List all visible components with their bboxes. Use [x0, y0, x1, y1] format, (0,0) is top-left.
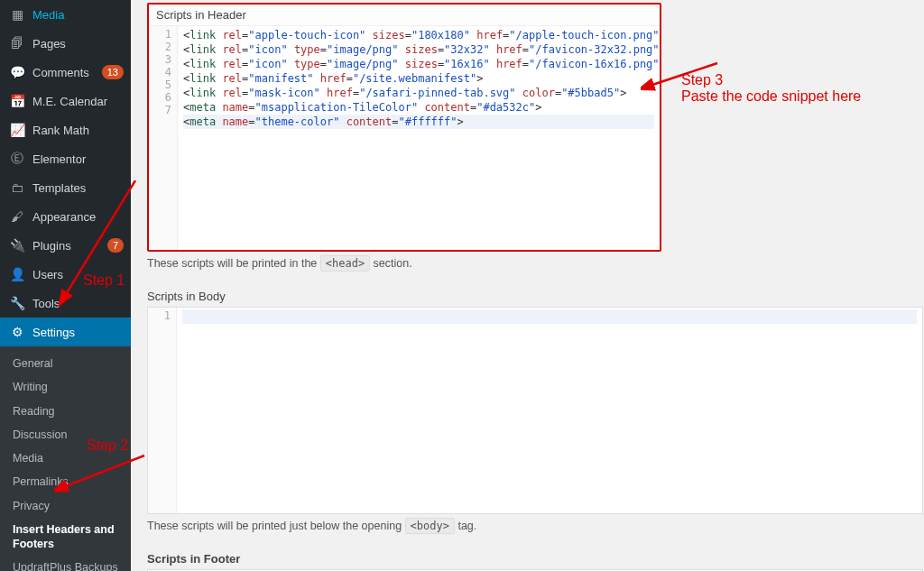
elementor-icon: Ⓔ: [9, 151, 25, 167]
scripts-body-label: Scripts in Body: [147, 286, 906, 307]
sidebar-item-label: Settings: [32, 326, 124, 339]
sidebar-item-appearance[interactable]: 🖌Appearance: [0, 202, 131, 231]
m-e-calendar-icon: 📅: [9, 93, 25, 109]
rank-math-icon: 📈: [9, 122, 25, 138]
media-icon: ▦: [9, 6, 25, 23]
sidebar-item-label: Media: [32, 8, 124, 22]
sidebar-item-label: Rank Math: [32, 124, 124, 137]
main-content: Scripts in Header 1234567 <link rel="app…: [131, 0, 924, 571]
scripts-header-hint: These scripts will be printed in the <he…: [147, 257, 906, 270]
sidebar-item-plugins[interactable]: 🔌Plugins7: [0, 231, 131, 260]
editor-code[interactable]: [177, 308, 922, 513]
sidebar-item-label: M.E. Calendar: [32, 95, 124, 108]
submenu-item-general[interactable]: General: [0, 352, 131, 375]
sidebar-item-templates[interactable]: 🗀Templates: [0, 173, 131, 202]
sidebar-item-label: Elementor: [32, 152, 124, 166]
sidebar-item-label: Plugins: [32, 239, 107, 253]
scripts-footer-label: Scripts in Footer: [147, 548, 906, 569]
admin-sidebar: ▦Media🗐Pages💬Comments13📅M.E. Calendar📈Ra…: [0, 0, 131, 571]
submenu-item-reading[interactable]: Reading: [0, 400, 131, 423]
scripts-header-label: Scripts in Header: [149, 5, 660, 26]
sidebar-item-settings[interactable]: ⚙Settings: [0, 318, 131, 346]
editor-gutter: 1: [148, 308, 177, 513]
tools-icon: 🔧: [9, 295, 25, 311]
sidebar-item-m-e-calendar[interactable]: 📅M.E. Calendar: [0, 87, 131, 115]
sidebar-item-label: Tools: [32, 297, 124, 310]
sidebar-item-tools[interactable]: 🔧Tools: [0, 289, 131, 318]
scripts-header-editor[interactable]: 1234567 <link rel="apple-touch-icon" siz…: [149, 26, 660, 250]
pages-icon: 🗐: [9, 35, 25, 51]
sidebar-item-label: Pages: [32, 37, 124, 51]
settings-icon: ⚙: [9, 324, 25, 340]
app-root: ▦Media🗐Pages💬Comments13📅M.E. Calendar📈Ra…: [0, 0, 924, 571]
sidebar-item-media[interactable]: ▦Media: [0, 0, 131, 29]
sidebar-item-rank-math[interactable]: 📈Rank Math: [0, 115, 131, 144]
sidebar-item-label: Users: [32, 268, 124, 281]
scripts-header-group: Scripts in Header 1234567 <link rel="app…: [147, 3, 661, 252]
submenu-item-privacy[interactable]: Privacy: [0, 494, 131, 518]
scripts-body-editor[interactable]: 1: [147, 307, 923, 514]
users-icon: 👤: [9, 266, 25, 282]
editor-gutter: 1234567: [149, 26, 178, 250]
annotation-step3: Step 3 Paste the code snippet here: [681, 72, 861, 105]
submenu-item-updraftplus-backups[interactable]: UpdraftPlus Backups: [0, 556, 131, 571]
submenu-item-discussion[interactable]: Discussion: [0, 423, 131, 447]
comments-icon: 💬: [9, 64, 25, 80]
sidebar-item-label: Templates: [32, 181, 124, 195]
submenu-item-insert-headers-and-footers[interactable]: Insert Headers and Footers: [0, 518, 131, 557]
submenu-item-media[interactable]: Media: [0, 447, 131, 470]
sidebar-item-label: Appearance: [32, 210, 124, 224]
sidebar-item-label: Comments: [32, 66, 102, 79]
submenu-item-writing[interactable]: Writing: [0, 375, 131, 399]
appearance-icon: 🖌: [9, 208, 25, 225]
plugins-icon: 🔌: [9, 237, 25, 253]
sidebar-item-comments[interactable]: 💬Comments13: [0, 58, 131, 87]
settings-submenu: GeneralWritingReadingDiscussionMediaPerm…: [0, 346, 131, 571]
submenu-item-permalinks[interactable]: Permalinks: [0, 470, 131, 493]
editor-code[interactable]: <link rel="apple-touch-icon" sizes="180x…: [178, 26, 660, 250]
sidebar-item-pages[interactable]: 🗐Pages: [0, 29, 131, 58]
badge: 13: [102, 65, 124, 79]
sidebar-item-elementor[interactable]: ⒺElementor: [0, 144, 131, 173]
templates-icon: 🗀: [9, 180, 25, 196]
scripts-body-hint: These scripts will be printed just below…: [147, 520, 906, 532]
badge: 7: [107, 238, 124, 253]
sidebar-item-users[interactable]: 👤Users: [0, 260, 131, 289]
